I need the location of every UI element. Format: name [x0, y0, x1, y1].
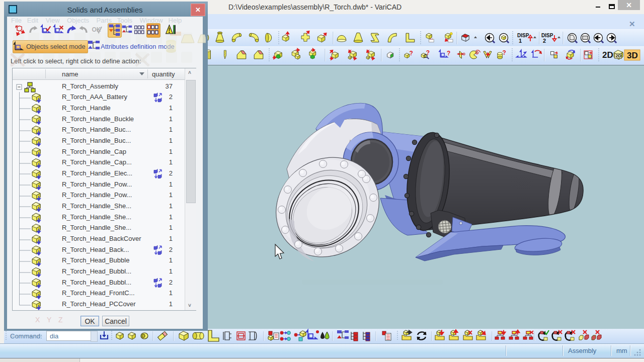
- svg-text:?: ?: [502, 49, 506, 56]
- svg-text:1: 1: [519, 38, 522, 44]
- svg-text:?: ?: [447, 50, 450, 57]
- svg-text:?: ?: [426, 49, 430, 56]
- svg-text:2: 2: [543, 38, 546, 44]
- svg-text:2D: 2D: [602, 50, 613, 60]
- svg-text:?: ?: [410, 50, 413, 57]
- svg-text:3D: 3D: [627, 51, 638, 60]
- svg-text:File Edit View Objects: File Edit View Objects Parts Tools Windo…: [11, 17, 182, 24]
- svg-text:2D: 2D: [616, 53, 622, 58]
